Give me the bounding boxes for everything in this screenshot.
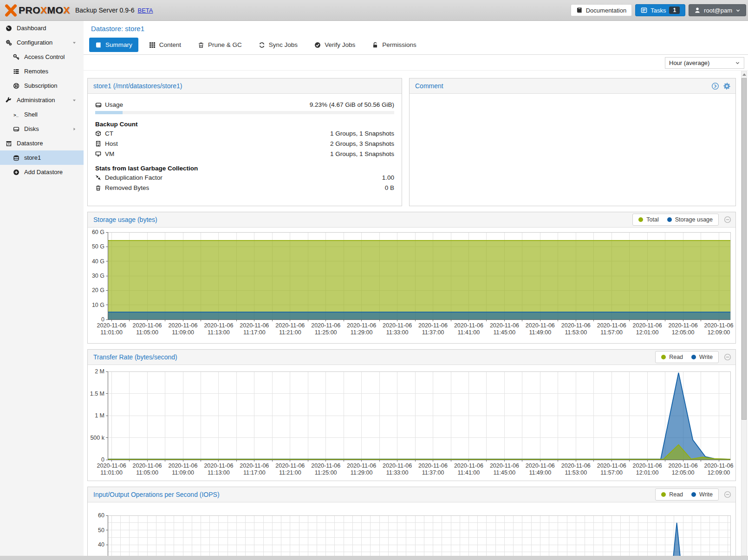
legend-dot [691, 355, 696, 359]
sidebar-item-configuration[interactable]: Configuration [0, 35, 84, 50]
backup-count-row-host: Host2 Groups, 3 Snapshots [95, 139, 394, 148]
svg-text:2020-11-06: 2020-11-06 [347, 462, 376, 469]
input-output-operations-per-second-iops-chart: 01020304050602020-11-0611:01:002020-11-0… [88, 502, 735, 560]
chart-body: 0500 k1 M1.5 M2 M2020-11-0611:01:002020-… [88, 365, 735, 481]
backup-count-row-ct: CT1 Groups, 1 Snapshots [95, 129, 394, 138]
svg-text:11:49:00: 11:49:00 [529, 329, 551, 336]
chevron-down-icon [735, 8, 741, 13]
sidebar-item-label: Configuration [17, 39, 52, 46]
submit-comment-icon[interactable] [711, 82, 719, 90]
legend-dot [638, 217, 643, 222]
sidebar-item-dashboard[interactable]: Dashboard [0, 21, 84, 35]
sidebar-item-datastore[interactable]: Datastore [0, 136, 84, 150]
gear-icon[interactable] [723, 82, 731, 90]
vertical-scrollbar[interactable] [741, 71, 747, 556]
svg-text:2020-11-06: 2020-11-06 [669, 322, 698, 329]
sidebar-item-label: Access Control [24, 53, 65, 60]
collapse-panel-icon[interactable] [724, 353, 731, 361]
svg-text:30 G: 30 G [92, 273, 104, 279]
svg-text:0: 0 [101, 316, 104, 323]
svg-text:11:53:00: 11:53:00 [565, 329, 587, 336]
time-range-select[interactable]: Hour (average) [665, 57, 744, 69]
svg-text:>_: >_ [13, 112, 19, 117]
app-header: PROXMOX Backup Server 0.9-6 BETA Documen… [0, 0, 748, 21]
lifering-icon [12, 83, 20, 89]
gears-icon [5, 39, 13, 46]
svg-text:11:13:00: 11:13:00 [208, 329, 230, 336]
database-icon [12, 155, 20, 161]
svg-text:11:13:00: 11:13:00 [208, 469, 230, 476]
caret-down-icon[interactable] [72, 98, 77, 103]
hdd-icon [12, 126, 20, 132]
scroll-up-arrow[interactable] [741, 72, 747, 78]
tab-prune-gc[interactable]: Prune & GC [192, 38, 248, 52]
chart-legend: ReadWrite [655, 351, 719, 363]
sidebar-item-shell[interactable]: >_Shell [0, 107, 84, 122]
sidebar-item-administration[interactable]: Administration [0, 93, 84, 107]
svg-text:11:17:00: 11:17:00 [243, 329, 266, 336]
svg-text:2020-11-06: 2020-11-06 [240, 462, 269, 469]
svg-text:2020-11-06: 2020-11-06 [561, 462, 591, 469]
svg-text:40: 40 [98, 541, 104, 548]
collapse-panel-icon[interactable] [724, 491, 731, 498]
gc-stats-row-removed-bytes: Removed Bytes0 B [95, 183, 394, 192]
sidebar-item-label: Subscription [24, 82, 58, 89]
dashboard-icon [5, 25, 13, 32]
chart-panel-header: Input/Output Operations per Second (IOPS… [88, 487, 735, 502]
legend-item-read[interactable]: Read [661, 354, 683, 360]
svg-text:11:41:00: 11:41:00 [458, 469, 480, 476]
chart-body: 010 G20 G30 G40 G50 G60 G2020-11-0611:01… [88, 228, 735, 344]
legend-item-total[interactable]: Total [638, 216, 658, 223]
legend-item-read[interactable]: Read [661, 491, 683, 498]
building-icon [95, 141, 105, 147]
svg-text:11:57:00: 11:57:00 [600, 469, 623, 476]
svg-text:2020-11-06: 2020-11-06 [275, 462, 305, 469]
tab-sync-jobs[interactable]: Sync Jobs [253, 38, 304, 52]
caret-right-icon[interactable] [72, 126, 77, 132]
tab-verify-jobs[interactable]: Verify Jobs [308, 38, 361, 52]
svg-text:11:29:00: 11:29:00 [351, 469, 373, 476]
legend-dot [661, 492, 666, 497]
svg-text:11:33:00: 11:33:00 [386, 469, 409, 476]
scrollbar-thumb[interactable] [741, 78, 747, 420]
page-title: Datastore: store1 [91, 25, 144, 33]
svg-text:2020-11-06: 2020-11-06 [597, 322, 626, 329]
beta-link[interactable]: BETA [138, 7, 153, 14]
svg-text:11:21:00: 11:21:00 [279, 329, 301, 336]
svg-text:11:45:00: 11:45:00 [494, 329, 516, 336]
svg-text:2020-11-06: 2020-11-06 [418, 322, 448, 329]
tab-permissions[interactable]: Permissions [366, 38, 423, 52]
documentation-button[interactable]: Documentation [571, 4, 632, 16]
collapse-panel-icon[interactable] [724, 216, 731, 223]
legend-item-write[interactable]: Write [691, 354, 713, 360]
wrench-icon [5, 97, 13, 104]
svg-text:2020-11-06: 2020-11-06 [132, 322, 162, 329]
transfer-rate-bytes-second-chart: 0500 k1 M1.5 M2 M2020-11-0611:01:002020-… [88, 365, 735, 481]
sidebar-item-disks[interactable]: Disks [0, 122, 84, 136]
tab-bar: SummaryContentPrune & GCSync JobsVerify … [89, 38, 423, 52]
tab-content[interactable]: Content [143, 38, 187, 52]
user-menu-button[interactable]: root@pam [689, 4, 746, 16]
sidebar-item-remotes[interactable]: Remotes [0, 64, 84, 78]
svg-text:1 M: 1 M [95, 412, 104, 419]
tab-summary[interactable]: Summary [89, 38, 138, 52]
grid-icon [149, 42, 156, 48]
sidebar-item-access-control[interactable]: Access Control [0, 50, 84, 64]
svg-text:11:29:00: 11:29:00 [351, 329, 373, 336]
sidebar-item-add-datastore[interactable]: Add Datastore [0, 165, 84, 179]
sidebar-item-store1[interactable]: store1 [0, 150, 84, 165]
main-content: Datastore: store1 SummaryContentPrune & … [84, 21, 748, 560]
svg-text:0: 0 [101, 456, 104, 463]
caret-down-icon[interactable] [72, 40, 77, 46]
svg-text:2020-11-06: 2020-11-06 [490, 462, 519, 469]
sidebar-item-subscription[interactable]: Subscription [0, 78, 84, 93]
book-icon [576, 7, 583, 13]
legend-item-write[interactable]: Write [691, 491, 713, 498]
header-buttons: Documentation Tasks 1 root@pam [571, 4, 746, 16]
window-bottom-edge [0, 556, 748, 560]
tasks-button[interactable]: Tasks 1 [635, 4, 685, 16]
legend-item-storage-usage[interactable]: Storage usage [667, 216, 713, 223]
svg-text:11:25:00: 11:25:00 [315, 469, 337, 476]
svg-text:2020-11-06: 2020-11-06 [383, 322, 412, 329]
trash-icon [95, 185, 105, 191]
